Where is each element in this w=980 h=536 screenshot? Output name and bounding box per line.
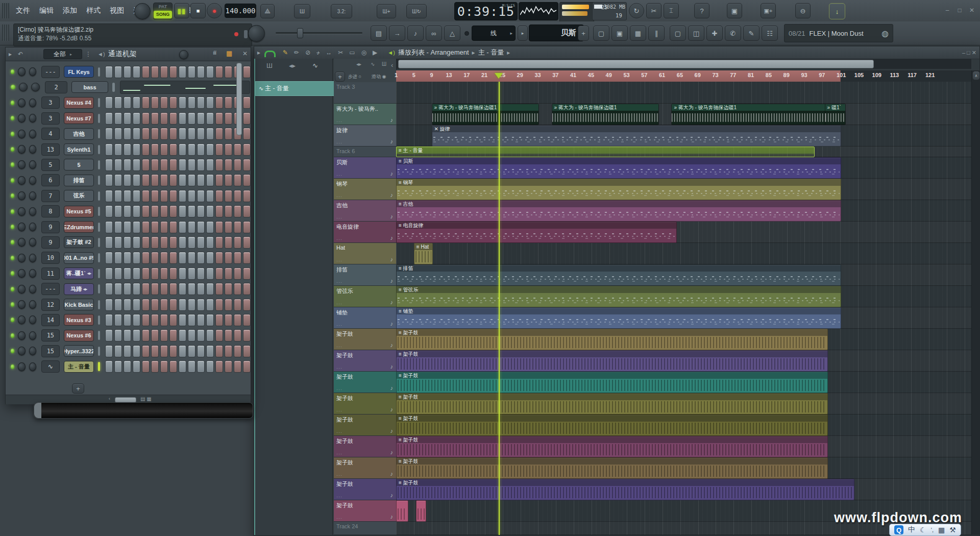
- channel-button[interactable]: 5: [64, 159, 94, 170]
- metronome-icon[interactable]: ⟁: [260, 4, 275, 18]
- step-cell[interactable]: [160, 205, 168, 217]
- step-cell[interactable]: [169, 360, 177, 373]
- step-cell[interactable]: [243, 360, 251, 373]
- channel-enable-led[interactable]: [11, 101, 14, 105]
- step-cell[interactable]: [188, 159, 195, 171]
- step-cell[interactable]: [215, 252, 223, 264]
- step-cell[interactable]: [234, 143, 241, 156]
- step-cell[interactable]: [243, 143, 251, 156]
- channel-volume-knob[interactable]: [29, 191, 36, 200]
- channel-pan-knob[interactable]: [18, 315, 25, 324]
- step-cell[interactable]: [114, 143, 122, 156]
- sync-icon[interactable]: ↻: [629, 3, 644, 18]
- channel-volume-knob[interactable]: [29, 238, 36, 247]
- step-cell[interactable]: [124, 283, 131, 295]
- step-cell[interactable]: [225, 159, 232, 171]
- track-options-dots[interactable]: ···: [336, 119, 342, 124]
- step-cell[interactable]: [179, 96, 186, 109]
- step-cell[interactable]: [179, 267, 186, 280]
- step-cell[interactable]: [225, 174, 232, 186]
- step-cell[interactable]: [234, 190, 241, 202]
- channel-button[interactable]: 马蹄◂▸: [64, 283, 94, 295]
- track-options-dots[interactable]: ···: [336, 451, 342, 456]
- step-cell[interactable]: [133, 221, 140, 233]
- step-cell[interactable]: [225, 299, 232, 311]
- step-cell[interactable]: [160, 299, 168, 311]
- step-cell[interactable]: [169, 345, 177, 357]
- channel-enable-led[interactable]: [11, 178, 14, 183]
- channel-button[interactable]: FL Keys: [64, 66, 94, 78]
- cpu-panel[interactable]: 25 3082 MB 19: [592, 2, 627, 20]
- step-cell[interactable]: [243, 299, 251, 311]
- channel-volume-knob[interactable]: [29, 130, 36, 138]
- step-cell[interactable]: [197, 252, 205, 264]
- step-cell[interactable]: [206, 128, 214, 140]
- step-cell[interactable]: [234, 159, 241, 171]
- step-cell[interactable]: [142, 66, 150, 78]
- step-cell[interactable]: [188, 96, 195, 109]
- step-cell[interactable]: [197, 66, 205, 78]
- playlist-lane[interactable]: [396, 82, 971, 104]
- step-edit-icon[interactable]: →: [389, 26, 405, 41]
- step-cell[interactable]: [206, 360, 214, 373]
- step-cell[interactable]: [243, 190, 251, 202]
- channel-mini-meter[interactable]: [98, 223, 100, 232]
- step-cell[interactable]: [243, 174, 251, 186]
- snap-selector[interactable]: 线 ▸: [472, 26, 516, 41]
- tempo-display[interactable]: 140.000: [225, 4, 256, 18]
- channel-pan-knob[interactable]: [18, 176, 25, 185]
- channel-mini-meter[interactable]: [98, 207, 100, 216]
- channel-track-number[interactable]: ---: [41, 66, 60, 78]
- pattern-clip[interactable]: ≡ Hat: [414, 243, 433, 264]
- step-cell[interactable]: [179, 128, 186, 140]
- track-name[interactable]: Track 3: [334, 82, 396, 104]
- step-cell[interactable]: [124, 236, 131, 249]
- step-cell[interactable]: [197, 159, 205, 171]
- step-cell[interactable]: [142, 252, 150, 264]
- channel-enable-led[interactable]: [11, 287, 14, 291]
- channel-volume-knob[interactable]: [29, 223, 36, 231]
- step-cell[interactable]: [105, 283, 113, 295]
- channel-rack-titlebar[interactable]: ▸ ↶ 全部 ▸ ⋮ ◄) 通道机架 ılıl ▦ ✕: [6, 47, 251, 61]
- channel-mini-meter[interactable]: [98, 67, 100, 77]
- step-cell[interactable]: [124, 345, 131, 357]
- stop-button[interactable]: ■: [190, 3, 206, 18]
- channel-enable-led[interactable]: [11, 162, 14, 167]
- step-cell[interactable]: [179, 143, 186, 156]
- step-cell[interactable]: [243, 236, 251, 249]
- slice-tool-icon[interactable]: ✂: [338, 49, 343, 56]
- step-cell[interactable]: [197, 221, 205, 233]
- track-name[interactable]: 管弦乐♪ ···: [334, 286, 396, 307]
- step-cell[interactable]: [179, 190, 186, 202]
- channel-mini-meter[interactable]: [98, 160, 100, 169]
- new-file-icon[interactable]: ▢: [670, 26, 686, 41]
- step-cell[interactable]: [160, 66, 168, 78]
- step-cell[interactable]: [133, 96, 140, 109]
- channel-pan-knob[interactable]: [18, 114, 25, 123]
- channel-volume-knob[interactable]: [29, 347, 36, 355]
- step-cell[interactable]: [206, 236, 214, 249]
- channel-pan-knob[interactable]: [18, 347, 25, 355]
- step-cell[interactable]: [234, 267, 241, 280]
- step-cell[interactable]: [197, 128, 205, 140]
- step-cell[interactable]: [179, 345, 186, 357]
- step-cell[interactable]: [124, 143, 131, 156]
- track-options-dots[interactable]: ···: [336, 323, 342, 328]
- channel-track-number[interactable]: 3: [41, 96, 60, 109]
- zoom-tool-icon[interactable]: ◎: [361, 49, 366, 56]
- step-cell[interactable]: [133, 236, 140, 249]
- tab-audio-icon[interactable]: ◂▸: [289, 62, 296, 69]
- step-cell[interactable]: [105, 329, 113, 342]
- step-cell[interactable]: [206, 252, 214, 264]
- step-cell[interactable]: [114, 329, 122, 342]
- step-cell[interactable]: [197, 174, 205, 186]
- record-button[interactable]: ●: [207, 3, 222, 18]
- step-cell[interactable]: [114, 205, 122, 217]
- audio-clip[interactable]: » 疆1`: [825, 104, 846, 125]
- step-cell[interactable]: [225, 345, 232, 357]
- hdr-pattern-icon[interactable]: Ш: [382, 61, 386, 67]
- step-cell[interactable]: [160, 174, 168, 186]
- step-cell[interactable]: [188, 143, 195, 156]
- step-cell[interactable]: [206, 66, 214, 78]
- track-name[interactable]: 架子鼓♪ ···: [334, 500, 396, 522]
